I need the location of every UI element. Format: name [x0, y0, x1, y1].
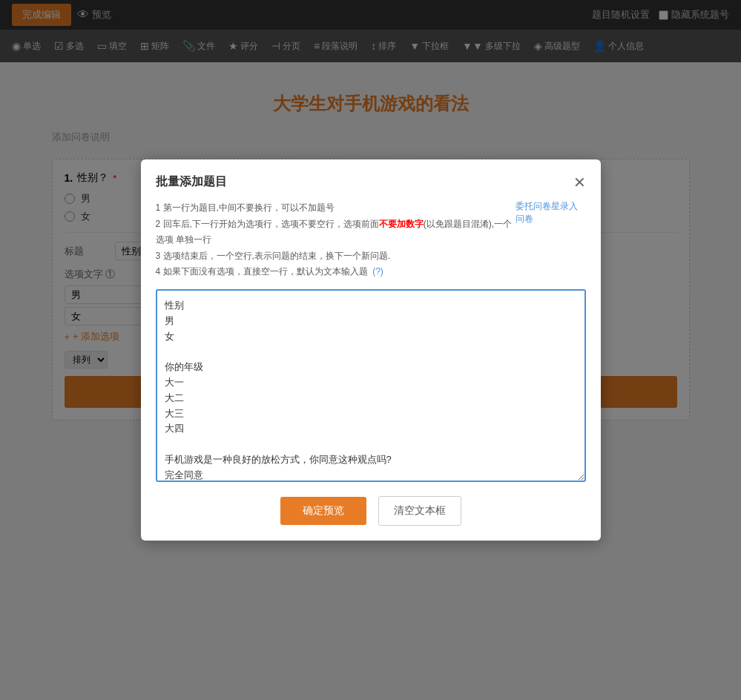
red-text: 不要加数字	[379, 219, 424, 229]
help-icon[interactable]: (?)	[372, 266, 383, 277]
instruction-1: 1 第一行为题目,中间不要换行，可以不加题号	[156, 200, 516, 217]
delegate-link[interactable]: 委托问卷星录入问卷	[516, 200, 585, 225]
modal-close-button[interactable]: ✕	[573, 175, 586, 190]
modal-instructions: 1 第一行为题目,中间不要换行，可以不加题号 2 回车后,下一行开始为选项行，选…	[156, 200, 586, 280]
modal-header: 批量添加题目 ✕	[156, 174, 586, 190]
modal-textarea[interactable]: 性别 男 女 你的年级 大一 大二 大三 大四 手机游戏是一种良好的放松方式，你…	[156, 289, 586, 482]
modal-overlay: 批量添加题目 ✕ 1 第一行为题目,中间不要换行，可以不加题号 2 回车后,下一…	[0, 0, 741, 495]
instructions-list: 1 第一行为题目,中间不要换行，可以不加题号 2 回车后,下一行开始为选项行，选…	[156, 200, 516, 280]
instruction-2: 2 回车后,下一行开始为选项行，选项不要空行，选项前面不要加数字(以免跟题目混淆…	[156, 217, 516, 248]
modal-batch-add: 批量添加题目 ✕ 1 第一行为题目,中间不要换行，可以不加题号 2 回车后,下一…	[141, 159, 601, 495]
modal-title: 批量添加题目	[156, 174, 227, 190]
instruction-3: 3 选项结束后，一个空行,表示问题的结束，换下一个新问题.	[156, 248, 516, 265]
instruction-4: 4 如果下面没有选项，直接空一行，默认为文本输入题 (?)	[156, 264, 516, 280]
